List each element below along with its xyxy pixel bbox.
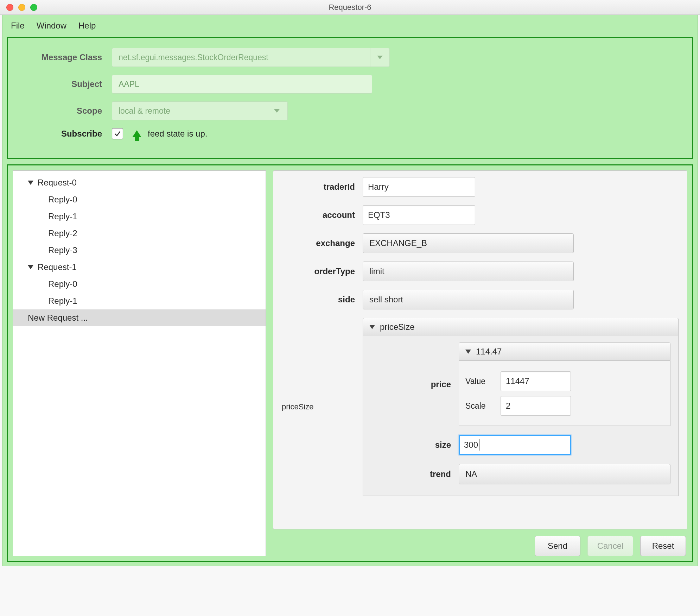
- titlebar: Requestor-6: [0, 0, 700, 15]
- tree-item-label: Request-0: [38, 178, 77, 188]
- pricesize-group-header[interactable]: priceSize: [363, 318, 679, 336]
- size-label: size: [371, 440, 459, 450]
- price-value-input[interactable]: 11447: [501, 371, 571, 391]
- trend-select[interactable]: NA: [459, 464, 670, 484]
- tree-item-label: Reply-2: [48, 228, 77, 238]
- side-select[interactable]: sell short: [363, 290, 574, 309]
- exchange-select[interactable]: EXCHANGE_B: [363, 233, 574, 253]
- disclosure-triangle-icon: [369, 325, 375, 329]
- price-group-body: Value 11447 Scale: [459, 361, 670, 426]
- size-input[interactable]: 300: [459, 435, 571, 455]
- ordertype-label: orderType: [282, 266, 363, 276]
- tree-item-new-request[interactable]: New Request ...: [13, 309, 266, 326]
- price-group-header[interactable]: 114.47: [459, 342, 670, 361]
- tree-item-reply[interactable]: Reply-0: [13, 276, 266, 293]
- content-panel: Request-0Reply-0Reply-1Reply-2Reply-3Req…: [7, 164, 693, 562]
- menu-help[interactable]: Help: [78, 21, 96, 31]
- subject-label: Subject: [20, 79, 112, 89]
- feed-state-text: feed state is up.: [148, 129, 207, 139]
- tree-item-label: Reply-1: [48, 296, 77, 306]
- account-label: account: [282, 210, 363, 220]
- tree-item-reply[interactable]: Reply-2: [13, 225, 266, 242]
- subject-input[interactable]: AAPL: [112, 75, 372, 94]
- send-button[interactable]: Send: [535, 536, 580, 556]
- chevron-down-icon: [274, 109, 280, 113]
- trend-label: trend: [371, 469, 459, 479]
- window-title: Requestor-6: [0, 3, 700, 12]
- menubar: File Window Help: [2, 15, 698, 37]
- tree-item-reply[interactable]: Reply-1: [13, 293, 266, 309]
- tree-item-request[interactable]: Request-0: [13, 174, 266, 191]
- tree-item-reply[interactable]: Reply-0: [13, 191, 266, 208]
- tree-item-label: New Request ...: [28, 313, 88, 323]
- price-scale-label: Scale: [465, 401, 501, 411]
- pricesize-group-body: price 114.47 Value: [363, 336, 679, 496]
- button-bar: Send Cancel Reset: [273, 529, 687, 556]
- account-input[interactable]: EQT3: [363, 205, 475, 225]
- subscribe-checkbox[interactable]: [112, 128, 123, 139]
- tree-item-label: Reply-0: [48, 279, 77, 289]
- tree-item-reply[interactable]: Reply-3: [13, 242, 266, 259]
- disclosure-triangle-icon: [28, 181, 33, 185]
- tree-item-label: Reply-0: [48, 195, 77, 205]
- exchange-label: exchange: [282, 238, 363, 248]
- request-tree[interactable]: Request-0Reply-0Reply-1Reply-2Reply-3Req…: [13, 170, 266, 556]
- text-caret: [479, 439, 479, 451]
- disclosure-triangle-icon: [28, 265, 33, 269]
- tree-item-label: Request-1: [38, 262, 77, 272]
- cancel-button[interactable]: Cancel: [587, 536, 633, 556]
- message-class-combo[interactable]: net.sf.egui.messages.StockOrderRequest: [112, 48, 390, 67]
- traderid-label: traderId: [282, 182, 363, 192]
- reset-button[interactable]: Reset: [640, 536, 686, 556]
- price-value-label: Value: [465, 377, 501, 386]
- scope-select[interactable]: local & remote: [112, 101, 288, 120]
- ordertype-select[interactable]: limit: [363, 262, 574, 281]
- order-form: traderId Harry account EQT3 exchange: [273, 170, 687, 529]
- subscribe-label: Subscribe: [20, 129, 112, 139]
- check-icon: [114, 130, 121, 138]
- pricesize-label: priceSize: [282, 402, 363, 411]
- tree-item-reply[interactable]: Reply-1: [13, 208, 266, 225]
- menu-window[interactable]: Window: [37, 21, 66, 31]
- scope-value: local & remote: [119, 106, 170, 116]
- scope-label: Scope: [20, 106, 112, 116]
- message-class-label: Message Class: [20, 52, 112, 62]
- subject-value: AAPL: [119, 80, 139, 89]
- price-label: price: [371, 379, 459, 389]
- side-label: side: [282, 295, 363, 304]
- menu-file[interactable]: File: [11, 21, 25, 31]
- disclosure-triangle-icon: [465, 350, 471, 354]
- chevron-down-icon: [370, 48, 389, 67]
- connection-panel: Message Class net.sf.egui.messages.Stock…: [7, 37, 693, 159]
- tree-item-request[interactable]: Request-1: [13, 259, 266, 276]
- price-scale-input[interactable]: 2: [501, 396, 571, 416]
- tree-item-label: Reply-3: [48, 245, 77, 255]
- feed-up-icon: [132, 130, 141, 137]
- traderid-input[interactable]: Harry: [363, 177, 475, 197]
- tree-item-label: Reply-1: [48, 212, 77, 221]
- message-class-value: net.sf.egui.messages.StockOrderRequest: [119, 53, 268, 62]
